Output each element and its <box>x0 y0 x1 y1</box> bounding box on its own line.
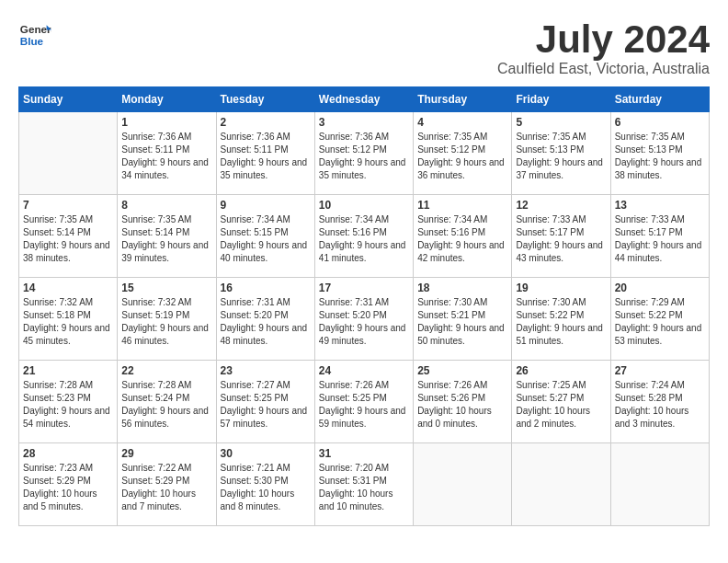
calendar-cell: 10Sunrise: 7:34 AMSunset: 5:16 PMDayligh… <box>314 195 413 278</box>
calendar-cell: 16Sunrise: 7:31 AMSunset: 5:20 PMDayligh… <box>216 278 314 361</box>
day-info: Sunrise: 7:35 AMSunset: 5:13 PMDaylight:… <box>615 131 705 182</box>
calendar-cell: 14Sunrise: 7:32 AMSunset: 5:18 PMDayligh… <box>19 278 118 361</box>
day-number: 6 <box>615 116 705 129</box>
calendar-week-2: 7Sunrise: 7:35 AMSunset: 5:14 PMDaylight… <box>19 195 710 278</box>
title-block: July 2024 Caulfield East, Victoria, Aust… <box>497 18 710 77</box>
day-info: Sunrise: 7:32 AMSunset: 5:18 PMDaylight:… <box>23 296 113 348</box>
day-number: 4 <box>417 116 507 129</box>
calendar-cell: 29Sunrise: 7:22 AMSunset: 5:29 PMDayligh… <box>118 443 216 526</box>
day-number: 9 <box>221 199 311 212</box>
calendar-cell: 5Sunrise: 7:35 AMSunset: 5:13 PMDaylight… <box>512 112 610 195</box>
day-number: 22 <box>121 364 211 377</box>
calendar-header-row: SundayMondayTuesdayWednesdayThursdayFrid… <box>19 87 710 112</box>
weekday-header-sunday: Sunday <box>19 87 118 112</box>
day-number: 21 <box>23 364 113 377</box>
logo: General Blue <box>18 18 51 52</box>
day-info: Sunrise: 7:34 AMSunset: 5:16 PMDaylight:… <box>417 213 507 265</box>
day-number: 11 <box>417 199 507 212</box>
day-number: 29 <box>121 447 211 460</box>
calendar-cell: 4Sunrise: 7:35 AMSunset: 5:12 PMDaylight… <box>414 112 512 195</box>
day-number: 25 <box>417 364 507 377</box>
day-number: 27 <box>615 364 705 377</box>
day-number: 20 <box>615 282 705 294</box>
calendar-week-4: 21Sunrise: 7:28 AMSunset: 5:23 PMDayligh… <box>19 361 710 443</box>
day-info: Sunrise: 7:31 AMSunset: 5:20 PMDaylight:… <box>319 296 409 348</box>
day-number: 10 <box>319 199 409 212</box>
day-number: 5 <box>516 116 606 129</box>
calendar-cell: 25Sunrise: 7:26 AMSunset: 5:26 PMDayligh… <box>414 361 512 443</box>
day-info: Sunrise: 7:36 AMSunset: 5:11 PMDaylight:… <box>121 131 211 182</box>
day-number: 23 <box>221 364 311 377</box>
day-info: Sunrise: 7:35 AMSunset: 5:14 PMDaylight:… <box>121 213 211 265</box>
calendar-cell: 1Sunrise: 7:36 AMSunset: 5:11 PMDaylight… <box>118 112 216 195</box>
calendar-cell <box>414 443 512 526</box>
day-number: 26 <box>516 364 606 377</box>
svg-text:Blue: Blue <box>20 35 44 47</box>
calendar-cell: 20Sunrise: 7:29 AMSunset: 5:22 PMDayligh… <box>610 278 709 361</box>
day-info: Sunrise: 7:35 AMSunset: 5:13 PMDaylight:… <box>516 131 606 182</box>
calendar-cell: 9Sunrise: 7:34 AMSunset: 5:15 PMDaylight… <box>216 195 314 278</box>
day-number: 7 <box>23 199 113 212</box>
day-number: 3 <box>319 116 409 129</box>
calendar-cell: 12Sunrise: 7:33 AMSunset: 5:17 PMDayligh… <box>512 195 610 278</box>
calendar-cell: 23Sunrise: 7:27 AMSunset: 5:25 PMDayligh… <box>216 361 314 443</box>
day-info: Sunrise: 7:36 AMSunset: 5:11 PMDaylight:… <box>221 131 311 182</box>
day-info: Sunrise: 7:25 AMSunset: 5:27 PMDaylight:… <box>516 379 606 431</box>
calendar-cell: 18Sunrise: 7:30 AMSunset: 5:21 PMDayligh… <box>414 278 512 361</box>
day-number: 31 <box>319 447 409 460</box>
page-header: General Blue July 2024 Caulfield East, V… <box>18 18 710 77</box>
day-info: Sunrise: 7:24 AMSunset: 5:28 PMDaylight:… <box>615 379 705 431</box>
day-info: Sunrise: 7:30 AMSunset: 5:22 PMDaylight:… <box>516 296 606 348</box>
calendar-cell: 27Sunrise: 7:24 AMSunset: 5:28 PMDayligh… <box>610 361 709 443</box>
day-info: Sunrise: 7:34 AMSunset: 5:16 PMDaylight:… <box>319 213 409 265</box>
calendar-week-3: 14Sunrise: 7:32 AMSunset: 5:18 PMDayligh… <box>19 278 710 361</box>
calendar-cell: 11Sunrise: 7:34 AMSunset: 5:16 PMDayligh… <box>414 195 512 278</box>
day-number: 30 <box>221 447 311 460</box>
day-info: Sunrise: 7:35 AMSunset: 5:12 PMDaylight:… <box>417 131 507 182</box>
weekday-header-friday: Friday <box>512 87 610 112</box>
day-number: 15 <box>121 282 211 294</box>
day-info: Sunrise: 7:33 AMSunset: 5:17 PMDaylight:… <box>615 213 705 265</box>
day-info: Sunrise: 7:33 AMSunset: 5:17 PMDaylight:… <box>516 213 606 265</box>
calendar-cell: 19Sunrise: 7:30 AMSunset: 5:22 PMDayligh… <box>512 278 610 361</box>
weekday-header-monday: Monday <box>118 87 216 112</box>
day-info: Sunrise: 7:31 AMSunset: 5:20 PMDaylight:… <box>221 296 311 348</box>
calendar-cell <box>19 112 118 195</box>
calendar-cell: 2Sunrise: 7:36 AMSunset: 5:11 PMDaylight… <box>216 112 314 195</box>
calendar-cell: 6Sunrise: 7:35 AMSunset: 5:13 PMDaylight… <box>610 112 709 195</box>
calendar-table: SundayMondayTuesdayWednesdayThursdayFrid… <box>18 86 710 526</box>
calendar-cell: 30Sunrise: 7:21 AMSunset: 5:30 PMDayligh… <box>216 443 314 526</box>
location-title: Caulfield East, Victoria, Australia <box>497 61 710 77</box>
day-info: Sunrise: 7:23 AMSunset: 5:29 PMDaylight:… <box>23 462 113 513</box>
day-info: Sunrise: 7:26 AMSunset: 5:26 PMDaylight:… <box>417 379 507 431</box>
calendar-cell: 13Sunrise: 7:33 AMSunset: 5:17 PMDayligh… <box>610 195 709 278</box>
calendar-cell: 31Sunrise: 7:20 AMSunset: 5:31 PMDayligh… <box>314 443 413 526</box>
calendar-cell: 28Sunrise: 7:23 AMSunset: 5:29 PMDayligh… <box>19 443 118 526</box>
calendar-cell: 22Sunrise: 7:28 AMSunset: 5:24 PMDayligh… <box>118 361 216 443</box>
day-number: 14 <box>23 282 113 294</box>
calendar-cell: 17Sunrise: 7:31 AMSunset: 5:20 PMDayligh… <box>314 278 413 361</box>
calendar-cell: 26Sunrise: 7:25 AMSunset: 5:27 PMDayligh… <box>512 361 610 443</box>
calendar-cell: 24Sunrise: 7:26 AMSunset: 5:25 PMDayligh… <box>314 361 413 443</box>
day-number: 19 <box>516 282 606 294</box>
day-info: Sunrise: 7:35 AMSunset: 5:14 PMDaylight:… <box>23 213 113 265</box>
day-number: 17 <box>319 282 409 294</box>
day-number: 24 <box>319 364 409 377</box>
calendar-cell: 21Sunrise: 7:28 AMSunset: 5:23 PMDayligh… <box>19 361 118 443</box>
day-info: Sunrise: 7:28 AMSunset: 5:24 PMDaylight:… <box>121 379 211 431</box>
day-info: Sunrise: 7:26 AMSunset: 5:25 PMDaylight:… <box>319 379 409 431</box>
day-number: 13 <box>615 199 705 212</box>
calendar-cell: 3Sunrise: 7:36 AMSunset: 5:12 PMDaylight… <box>314 112 413 195</box>
day-number: 2 <box>221 116 311 129</box>
day-info: Sunrise: 7:34 AMSunset: 5:15 PMDaylight:… <box>221 213 311 265</box>
calendar-cell: 15Sunrise: 7:32 AMSunset: 5:19 PMDayligh… <box>118 278 216 361</box>
weekday-header-thursday: Thursday <box>414 87 512 112</box>
day-info: Sunrise: 7:20 AMSunset: 5:31 PMDaylight:… <box>319 462 409 513</box>
calendar-cell: 7Sunrise: 7:35 AMSunset: 5:14 PMDaylight… <box>19 195 118 278</box>
day-info: Sunrise: 7:27 AMSunset: 5:25 PMDaylight:… <box>221 379 311 431</box>
weekday-header-tuesday: Tuesday <box>216 87 314 112</box>
calendar-cell: 8Sunrise: 7:35 AMSunset: 5:14 PMDaylight… <box>118 195 216 278</box>
day-info: Sunrise: 7:29 AMSunset: 5:22 PMDaylight:… <box>615 296 705 348</box>
day-number: 16 <box>221 282 311 294</box>
month-title: July 2024 <box>497 18 710 61</box>
